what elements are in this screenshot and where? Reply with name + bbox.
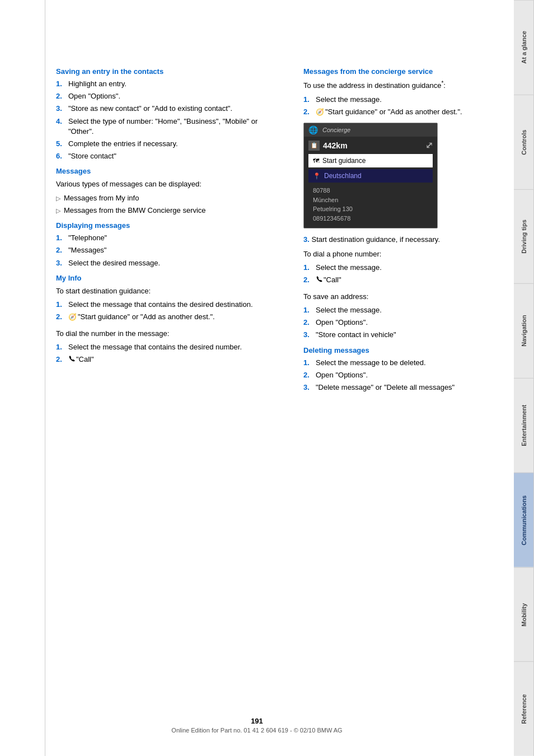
deleting-step-2: 2. Open "Options". (303, 370, 517, 380)
mid-num-2: 2. (56, 354, 66, 365)
concierge-menu-item-2: 📍 Deutschland (308, 169, 433, 183)
saving-step-2: 2. Open "Options". (56, 91, 270, 101)
tab-mobility[interactable]: Mobility (514, 567, 534, 662)
del-step-3-text: "Delete message" or "Delete all messages… (316, 382, 455, 393)
sa-step-2-text: Open "Options". (316, 318, 368, 328)
left-margin (45, 0, 45, 756)
concierge-logo-text: Concierge (322, 127, 350, 133)
bullet-item-1: ▷ Messages from My info (56, 193, 270, 203)
section-title-concierge: Messages from the concierge service (303, 67, 517, 76)
disp-step-1-text: "Telephone" (68, 233, 107, 243)
displaying-step-3: 3. Select the desired message. (56, 258, 270, 268)
section-messages: Messages Various types of messages can b… (56, 167, 270, 216)
tab-label-controls: Controls (521, 129, 527, 155)
tab-label-communications: Communications (521, 495, 527, 545)
step-num-5: 5. (56, 139, 66, 149)
section-title-deleting: Deleting messages (303, 346, 517, 354)
address-line-1: 80788 (313, 186, 428, 195)
deleting-steps-list: 1. Select the message to be deleted. 2. … (303, 358, 517, 393)
bullet-arrow-1: ▷ (56, 194, 60, 203)
saving-step-5-text: Complete the entries if necessary. (68, 139, 178, 149)
sa-num-1: 1. (303, 305, 313, 315)
mid-step-1-text: Select the message that contains the des… (68, 342, 242, 352)
dial-phone-intro: To dial a phone number: (303, 249, 517, 260)
section-displaying-messages: Displaying messages 1. "Telephone" 2. "M… (56, 221, 270, 268)
my-info-step-2: 2. 🧭"Start guidance" or "Add as another … (56, 312, 270, 322)
mi-num-2: 2. (56, 312, 66, 322)
my-info-dial-step-2: 2. "Call" (56, 354, 270, 365)
disp-num-1: 1. (56, 233, 66, 243)
sa-step-1-text: Select the message. (316, 305, 382, 315)
del-num-1: 1. (303, 358, 313, 368)
concierge-intro: To use the address in destination guidan… (303, 79, 517, 91)
saving-steps-list: 1. Highlight an entry. 2. Open "Options"… (56, 79, 270, 161)
deleting-step-1: 1. Select the message to be deleted. (303, 358, 517, 368)
my-info-dial-step-1: 1. Select the message that contains the … (56, 342, 270, 352)
tab-navigation[interactable]: Navigation (514, 283, 534, 378)
del-step-1-text: Select the message to be deleted. (316, 358, 426, 368)
concierge-screenshot: 🌐 Concierge 📋 442km ⤢ 🗺 Start guidance 📍 (303, 123, 438, 228)
section-my-info: My Info To start destination guidance: 1… (56, 274, 270, 365)
bullet-arrow-2: ▷ (56, 207, 60, 215)
disp-num-3: 3. (56, 258, 66, 268)
cs-step-2-text: 🧭"Start guidance" or "Add as another des… (316, 107, 462, 117)
del-num-3: 3. (303, 382, 313, 393)
saving-step-4-text: Select the type of number: "Home", "Busi… (68, 116, 270, 137)
saving-step-6: 6. "Store contact" (56, 151, 270, 161)
mi-num-1: 1. (56, 300, 66, 310)
tab-label-reference: Reference (521, 694, 527, 724)
bullet-text-1: Messages from My info (64, 193, 139, 203)
disp-step-3-text: Select the desired message. (68, 258, 160, 268)
step-num-6: 6. (56, 151, 66, 161)
dial-phone-step-1: 1. Select the message. (303, 263, 517, 273)
sa-step-3-text: "Store contact in vehicle" (316, 330, 396, 340)
displaying-step-2: 2. "Messages" (56, 245, 270, 255)
disp-step-2-text: "Messages" (68, 245, 106, 255)
tab-driving-tips[interactable]: Driving tips (514, 189, 534, 284)
step-3-text: 3. Start destination guidance, if necess… (303, 234, 517, 245)
dp-num-1: 1. (303, 263, 313, 273)
cs-num-1: 1. (303, 95, 313, 105)
phone-icon-1 (68, 355, 75, 362)
tab-label-navigation: Navigation (521, 315, 527, 347)
section-title-displaying: Displaying messages (56, 221, 270, 230)
bullet-text-2: Messages from the BMW Concierge service (64, 206, 206, 216)
cs-step-1-text: Select the message. (316, 95, 382, 105)
address-line-2: München (313, 195, 428, 205)
concierge-body: 📋 442km ⤢ 🗺 Start guidance 📍 Deutschland… (304, 137, 437, 228)
tab-reference[interactable]: Reference (514, 661, 534, 756)
my-info-steps-2: 1. Select the message that contains the … (56, 342, 270, 365)
page-number: 191 (0, 717, 514, 725)
tab-label-at-a-glance: At a glance (521, 31, 527, 64)
disp-num-2: 2. (56, 245, 66, 255)
step-num-2: 2. (56, 91, 66, 101)
tab-entertainment[interactable]: Entertainment (514, 378, 534, 473)
section-title-saving: Saving an entry in the contacts (56, 67, 270, 76)
step-num-1: 1. (56, 79, 66, 89)
main-content: Saving an entry in the contacts 1. Highl… (0, 0, 534, 756)
del-step-2-text: Open "Options". (316, 370, 368, 380)
sidebar-tabs: At a glance Controls Driving tips Naviga… (514, 0, 534, 756)
mid-step-2-text: "Call" (68, 354, 94, 365)
left-column: Saving an entry in the contacts 1. Highl… (56, 67, 281, 722)
tab-communications[interactable]: Communications (514, 473, 534, 567)
tab-controls[interactable]: Controls (514, 95, 534, 189)
concierge-menu-item-1: 🗺 Start guidance (308, 154, 433, 167)
section-title-messages: Messages (56, 167, 270, 175)
nav-icon-2: 🧭 (316, 108, 324, 117)
cs-num-2: 2. (303, 107, 313, 117)
concierge-steps-list: 1. Select the message. 2. 🧭"Start guidan… (303, 95, 517, 117)
tab-label-mobility: Mobility (521, 603, 527, 627)
mid-num-1: 1. (56, 342, 66, 352)
mi-step-2-text: 🧭"Start guidance" or "Add as another des… (68, 312, 215, 322)
save-address-step-1: 1. Select the message. (303, 305, 517, 315)
tab-at-a-glance[interactable]: At a glance (514, 0, 534, 95)
nav-icon-1: 🧭 (68, 312, 77, 322)
my-info-intro-1: To start destination guidance: (56, 286, 270, 297)
saving-step-3: 3. "Store as new contact" or "Add to exi… (56, 104, 270, 114)
bullet-item-2: ▷ Messages from the BMW Concierge servic… (56, 206, 270, 216)
sa-num-2: 2. (303, 318, 313, 328)
tab-label-driving-tips: Driving tips (521, 220, 527, 254)
footnote-asterisk: * (441, 80, 443, 86)
save-address-steps: 1. Select the message. 2. Open "Options"… (303, 305, 517, 340)
